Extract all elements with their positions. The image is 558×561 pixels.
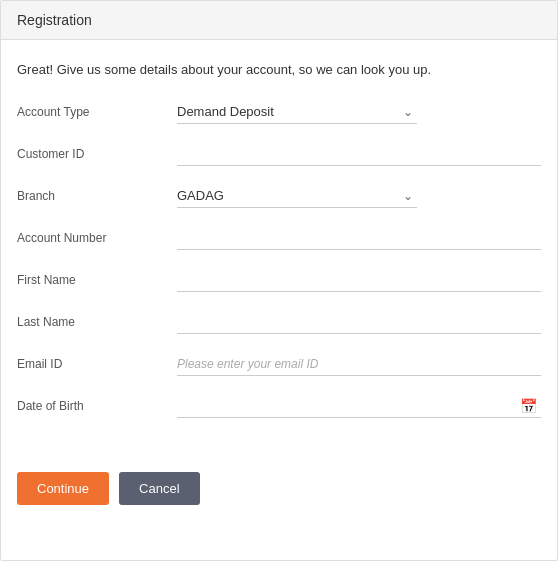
customer-id-row: Customer ID: [17, 142, 541, 166]
dob-date-wrapper: 📅: [177, 394, 541, 418]
first-name-row: First Name: [17, 268, 541, 292]
last-name-wrapper: [177, 310, 541, 334]
account-type-wrapper: Demand Deposit Savings Current Fixed Dep…: [177, 100, 417, 124]
last-name-label: Last Name: [17, 315, 177, 329]
calendar-icon[interactable]: 📅: [520, 398, 537, 414]
branch-label: Branch: [17, 189, 177, 203]
card-body: Great! Give us some details about your a…: [1, 40, 557, 456]
intro-text: Great! Give us some details about your a…: [17, 60, 541, 80]
dob-wrapper: 📅: [177, 394, 541, 418]
customer-id-label: Customer ID: [17, 147, 177, 161]
email-id-wrapper: [177, 352, 541, 376]
cancel-button[interactable]: Cancel: [119, 472, 199, 505]
first-name-input[interactable]: [177, 268, 541, 292]
account-number-wrapper: [177, 226, 541, 250]
account-number-input[interactable]: [177, 226, 541, 250]
continue-button[interactable]: Continue: [17, 472, 109, 505]
card-footer: Continue Cancel: [1, 456, 557, 521]
email-id-input[interactable]: [177, 352, 541, 376]
account-number-label: Account Number: [17, 231, 177, 245]
first-name-label: First Name: [17, 273, 177, 287]
dob-label: Date of Birth: [17, 399, 177, 413]
page-title: Registration: [17, 12, 92, 28]
branch-wrapper: GADAG HUBLI DHARWAD ⌄: [177, 184, 417, 208]
branch-select[interactable]: GADAG HUBLI DHARWAD: [177, 184, 417, 208]
card-header: Registration: [1, 1, 557, 40]
email-id-label: Email ID: [17, 357, 177, 371]
last-name-row: Last Name: [17, 310, 541, 334]
customer-id-wrapper: [177, 142, 541, 166]
customer-id-input[interactable]: [177, 142, 541, 166]
dob-input[interactable]: [177, 394, 541, 418]
account-type-label: Account Type: [17, 105, 177, 119]
registration-card: Registration Great! Give us some details…: [0, 0, 558, 561]
first-name-wrapper: [177, 268, 541, 292]
account-type-row: Account Type Demand Deposit Savings Curr…: [17, 100, 541, 124]
branch-row: Branch GADAG HUBLI DHARWAD ⌄: [17, 184, 541, 208]
account-type-select[interactable]: Demand Deposit Savings Current Fixed Dep…: [177, 100, 417, 124]
dob-row: Date of Birth 📅: [17, 394, 541, 418]
email-id-row: Email ID: [17, 352, 541, 376]
account-number-row: Account Number: [17, 226, 541, 250]
last-name-input[interactable]: [177, 310, 541, 334]
